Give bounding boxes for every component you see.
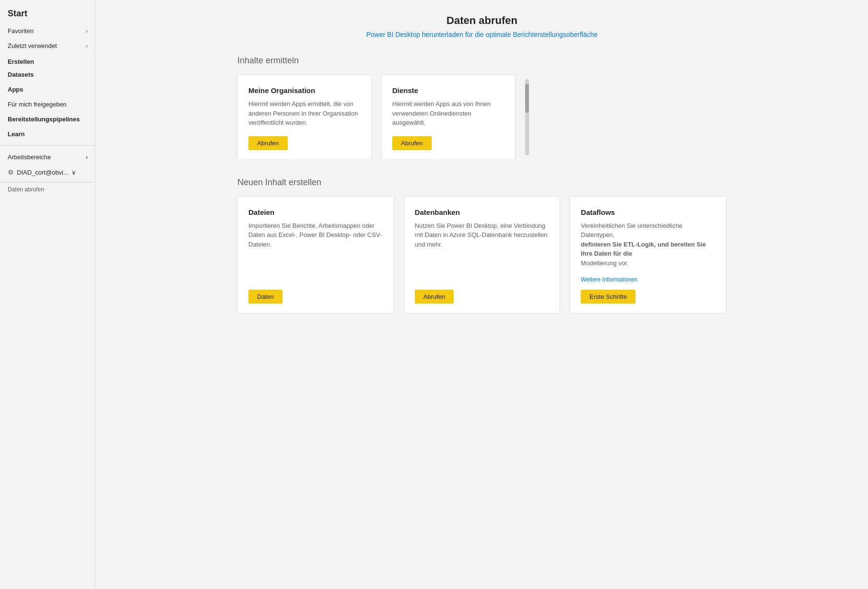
create-cards-row: Dateien Importieren Sie Berichte, Arbeit… xyxy=(237,196,727,314)
chevron-right-icon-workspace: › xyxy=(86,153,88,161)
card-datenbanken-desc: Nutzen Sie Power BI Desktop, eine Verbin… xyxy=(415,221,550,282)
scrollbar-thumb[interactable] xyxy=(525,84,529,113)
sidebar-item-learn-label: Learn xyxy=(8,130,24,138)
sidebar: Start Favoriten › Zuletzt verwendet › Er… xyxy=(0,0,96,589)
card-meine-organisation-button[interactable]: Abrufen xyxy=(248,136,288,150)
page-title: Daten abrufen xyxy=(237,14,727,27)
chevron-down-icon: ∨ xyxy=(71,169,76,176)
card-dateien-button[interactable]: Daten xyxy=(248,290,282,304)
sidebar-item-zuletzt[interactable]: Zuletzt verwendet › xyxy=(0,38,95,53)
card-meine-organisation-title: Meine Organisation xyxy=(248,86,361,94)
sidebar-footer-label: Daten abrufen xyxy=(0,182,95,197)
sidebar-item-datasets[interactable]: Datasets xyxy=(0,67,95,82)
card-datenbanken: Datenbanken Nutzen Sie Power BI Desktop,… xyxy=(404,196,561,314)
scrollbar-container xyxy=(525,74,529,160)
card-dienste: Dienste Hiermit werden Apps aus von Ihne… xyxy=(381,74,516,160)
sidebar-user[interactable]: ⚙ DIAD_cort@obvi... ∨ xyxy=(0,165,95,180)
create-section-title: Neuen Inhalt erstellen xyxy=(237,177,727,188)
sidebar-item-apps-label: Apps xyxy=(8,86,23,93)
sidebar-user-label: DIAD_cort@obvi... xyxy=(17,169,69,176)
discover-section-title: Inhalte ermitteln xyxy=(237,56,727,66)
sidebar-divider xyxy=(0,145,95,146)
sidebar-arbeitsbereiche[interactable]: Arbeitsbereiche › xyxy=(0,150,95,165)
scrollbar-track[interactable] xyxy=(525,79,529,155)
sidebar-item-favoriten[interactable]: Favoriten › xyxy=(0,24,95,38)
sidebar-item-freigegeben-label: Für mich freigegeben xyxy=(8,101,67,108)
card-dataflows-desc-normal: Vereinheitlichen Sie unterschiedliche Da… xyxy=(581,221,716,268)
card-dateien: Dateien Importieren Sie Berichte, Arbeit… xyxy=(237,196,394,314)
card-dienste-button[interactable]: Abrufen xyxy=(392,136,432,150)
card-dienste-title: Dienste xyxy=(392,86,504,94)
card-dateien-desc: Importieren Sie Berichte, Arbeitsmappen … xyxy=(248,221,383,282)
sidebar-title: Start xyxy=(0,0,95,24)
user-settings-icon: ⚙ xyxy=(8,168,14,176)
sidebar-item-freigegeben[interactable]: Für mich freigegeben xyxy=(0,97,95,112)
page-subtitle-link[interactable]: Power BI Desktop herunterladen für die o… xyxy=(237,31,727,38)
card-datenbanken-button[interactable]: Abrufen xyxy=(415,290,454,304)
card-dataflows-desc-bold: definieren Sie ETL-Logik, und bereiten S… xyxy=(581,241,706,258)
card-dataflows-link[interactable]: Weitere Informationen xyxy=(581,276,716,283)
sidebar-item-bereitstellung[interactable]: Bereitstellungspipelines xyxy=(0,112,95,127)
card-dienste-desc: Hiermit werden Apps aus von Ihnen verwen… xyxy=(392,99,504,128)
card-dataflows-desc-normal2: Modellierung vor. xyxy=(581,259,628,267)
sidebar-item-learn[interactable]: Learn xyxy=(0,127,95,141)
chevron-right-icon: › xyxy=(86,43,88,49)
card-dataflows-button[interactable]: Erste Schritte xyxy=(581,290,635,304)
sidebar-arbeitsbereiche-label: Arbeitsbereiche xyxy=(8,153,51,161)
sidebar-item-favoriten-label: Favoriten xyxy=(8,27,34,35)
card-dataflows-title: Dataflows xyxy=(581,208,716,216)
sidebar-item-datasets-label: Datasets xyxy=(8,71,34,78)
sidebar-create-section: Erstellen xyxy=(0,53,95,67)
sidebar-item-zuletzt-label: Zuletzt verwendet xyxy=(8,42,57,49)
sidebar-item-apps[interactable]: Apps xyxy=(0,82,95,97)
card-datenbanken-title: Datenbanken xyxy=(415,208,550,216)
main-content: Daten abrufen Power BI Desktop herunterl… xyxy=(96,0,868,589)
card-meine-organisation-desc: Hiermit werden Apps ermittelt, die von a… xyxy=(248,99,361,128)
sidebar-item-bereitstellung-label: Bereitstellungspipelines xyxy=(8,116,80,123)
card-dateien-title: Dateien xyxy=(248,208,383,216)
card-dataflows: Dataflows Vereinheitlichen Sie unterschi… xyxy=(570,196,727,314)
card-meine-organisation: Meine Organisation Hiermit werden Apps e… xyxy=(237,74,372,160)
chevron-right-icon: › xyxy=(86,28,88,35)
